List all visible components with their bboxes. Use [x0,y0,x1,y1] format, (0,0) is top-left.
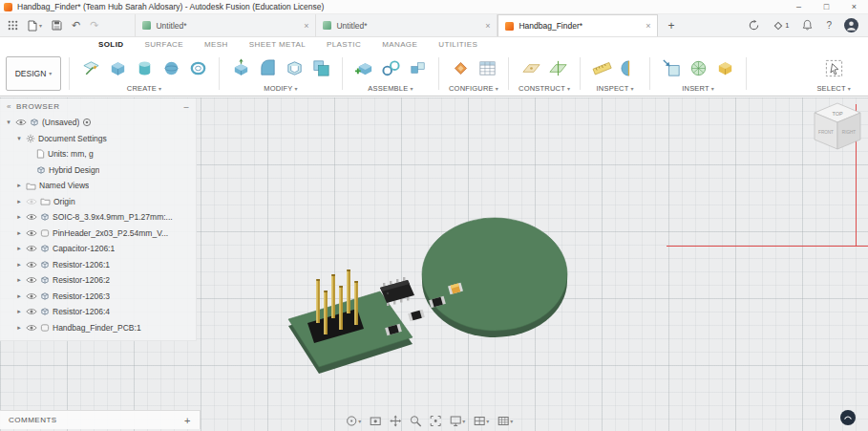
user-avatar[interactable] [844,18,858,32]
chevron-right-icon[interactable]: ▸ [15,213,23,221]
measure-icon[interactable] [590,56,613,80]
select-cursor-icon[interactable] [822,56,845,80]
chevron-right-icon[interactable]: ▸ [15,308,23,315]
browser-item[interactable]: ▸Resistor-1206:1 [0,257,196,273]
rigid-group-icon[interactable] [406,56,429,80]
model-viewport[interactable]: TOP FRONT RIGHT « BROWSER – ▾(Unsaved)▾D… [0,97,868,431]
chevron-right-icon[interactable]: ▸ [15,198,23,205]
insert-derive-icon[interactable] [660,56,683,80]
redo-icon[interactable]: ↷ [90,20,98,31]
add-comment-icon[interactable]: + [184,415,191,426]
tab-close-icon[interactable]: × [482,21,490,31]
new-tab-button[interactable]: + [658,14,684,36]
fit-button[interactable] [429,415,441,427]
browser-item[interactable]: ▸Capacitor-1206:1 [0,241,196,257]
browser-item[interactable]: ▸Named Views [0,178,196,194]
tab-utilities[interactable]: UTILITIES [438,40,477,49]
job-status-icon[interactable] [748,19,760,32]
layout-grid-button[interactable]: ▾ [473,415,489,427]
chevron-down-icon[interactable]: ▾ [15,135,23,142]
visibility-on-eye-icon[interactable] [26,276,37,284]
select-group-label[interactable]: SELECT▾ [816,83,851,96]
minimize-button[interactable]: – [785,0,813,13]
document-tab[interactable]: Untitled* × [135,14,316,36]
save-icon[interactable] [52,20,62,31]
sphere-primitive-icon[interactable] [159,56,182,80]
visibility-off-eye-icon[interactable] [26,198,37,205]
document-tab-active[interactable]: Handbag_Finder* × [498,14,658,36]
zoom-button[interactable] [409,415,421,427]
maximize-button[interactable]: □ [813,0,840,13]
browser-item[interactable]: ▸PinHeader_2x03_P2.54mm_V... [0,226,196,242]
look-at-button[interactable] [369,415,381,427]
assemble-group-label[interactable]: ASSEMBLE▾ [368,83,413,96]
tab-manage[interactable]: MANAGE [382,40,417,49]
canvas-icon[interactable] [713,56,736,80]
tab-sheet-metal[interactable]: SHEET METAL [249,40,306,49]
activate-component-icon[interactable] [82,118,92,127]
insert-mesh-icon[interactable] [687,56,709,80]
inspect-group-label[interactable]: INSPECT▾ [597,83,634,96]
section-analysis-icon[interactable] [617,56,640,80]
visibility-on-eye-icon[interactable] [26,292,37,300]
axis-plane-icon[interactable] [546,56,569,80]
pcb-board[interactable] [288,218,567,374]
design-dropdown[interactable]: DESIGN ▾ [6,56,61,91]
coil-icon[interactable] [186,56,209,80]
browser-item[interactable]: ▸Resistor-1206:2 [0,272,196,289]
browser-item[interactable]: ▸Origin [0,194,196,210]
tab-surface[interactable]: SURFACE [144,40,183,49]
browser-item[interactable]: Hybrid Design [0,162,196,179]
chevron-right-icon[interactable]: ▸ [15,245,23,252]
chevron-right-icon[interactable]: ▸ [15,292,23,300]
tab-mesh[interactable]: MESH [204,40,228,49]
chevron-right-icon[interactable]: ▸ [15,324,23,332]
configuration-icon[interactable] [449,56,472,80]
visibility-on-eye-icon[interactable] [26,213,37,221]
chevron-right-icon[interactable]: ▸ [15,229,23,237]
orbit-button[interactable]: ▾ [345,415,361,427]
app-grid-icon[interactable] [8,20,18,31]
offset-plane-icon[interactable] [519,56,542,80]
create-group-label[interactable]: CREATE▾ [127,83,161,96]
visibility-on-eye-icon[interactable] [26,324,37,332]
tab-close-icon[interactable]: × [301,21,308,31]
browser-item[interactable]: Units: mm, g [0,146,196,162]
visibility-on-eye-icon[interactable] [26,229,37,237]
chevron-right-icon[interactable]: ▸ [15,182,23,189]
browser-item[interactable]: ▸Handbag_Finder_PCB:1 [0,320,196,336]
notifications-bell-icon[interactable] [801,19,814,32]
combine-icon[interactable] [309,56,332,80]
configuration-table-icon[interactable] [476,56,498,80]
chevron-right-icon[interactable]: ▸ [15,261,23,269]
visibility-on-eye-icon[interactable] [26,261,37,269]
modify-group-label[interactable]: MODIFY▾ [264,83,298,96]
create-sketch-icon[interactable] [79,56,102,80]
insert-group-label[interactable]: INSERT▾ [682,83,714,96]
assistant-button[interactable] [840,410,856,425]
box-primitive-icon[interactable] [106,56,129,80]
fillet-icon[interactable] [256,56,279,80]
browser-item[interactable]: ▸SOIC-8_3.9x4.9mm_P1.27mm:... [0,209,196,226]
joint-icon[interactable] [379,56,402,80]
visibility-on-eye-icon[interactable] [15,119,27,126]
new-component-icon[interactable] [352,56,375,80]
chevron-right-icon[interactable]: ▸ [15,276,23,284]
shell-icon[interactable] [283,56,306,80]
minimize-panel-icon[interactable]: – [183,102,189,112]
collapse-panel-icon[interactable]: « [7,102,11,111]
document-tab[interactable]: Untitled* × [316,14,498,36]
resistor-component[interactable] [408,310,425,321]
browser-item[interactable]: ▸Resistor-1206:3 [0,289,196,305]
tab-close-icon[interactable]: × [643,21,650,31]
browser-item[interactable]: ▾(Unsaved) [0,115,196,131]
close-button[interactable]: × [840,0,868,13]
visibility-on-eye-icon[interactable] [26,308,37,315]
display-settings-button[interactable]: ▾ [449,415,465,427]
configure-group-label[interactable]: CONFIGURE▾ [449,83,498,96]
cylinder-primitive-icon[interactable] [133,56,156,80]
chevron-down-icon[interactable]: ▾ [5,119,12,126]
visibility-on-eye-icon[interactable] [26,245,37,252]
browser-item[interactable]: ▸Resistor-1206:4 [0,304,196,320]
tab-solid[interactable]: SOLID [98,40,123,49]
